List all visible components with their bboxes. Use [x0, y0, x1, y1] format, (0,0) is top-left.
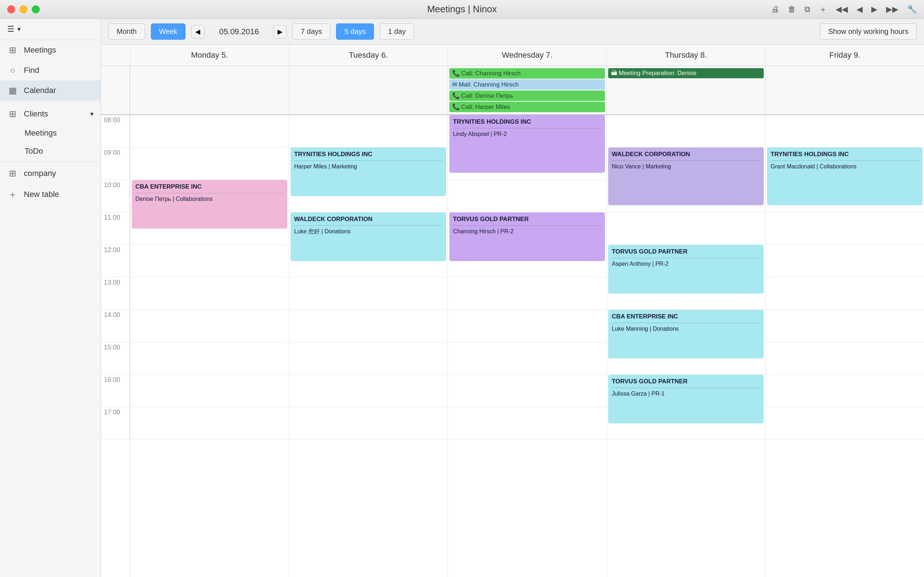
day-slot[interactable]: [607, 115, 765, 148]
day-slot[interactable]: [289, 115, 447, 148]
day-slot[interactable]: [289, 277, 447, 310]
sidebar-item-find[interactable]: ○ Find: [0, 60, 101, 81]
day-slot[interactable]: [766, 342, 924, 375]
top-event-call-harper[interactable]: 📞 Call: Harper Miles: [449, 102, 605, 112]
day-slot[interactable]: [766, 375, 924, 407]
day-slot[interactable]: [766, 245, 924, 277]
maximize-button[interactable]: [32, 5, 40, 13]
trash-icon[interactable]: 🗑: [788, 5, 796, 14]
day-slot[interactable]: [289, 310, 447, 342]
day-col-friday: TRYNITIES HOLDINGS INCGrant Macdonald | …: [765, 115, 924, 577]
event-title: CBA ENTERPRISE INC: [612, 313, 760, 321]
calendar-event-evt8[interactable]: CBA ENTERPRISE INCLuke Manning | Donatio…: [608, 310, 764, 358]
month-button[interactable]: Month: [108, 23, 145, 40]
day-slot[interactable]: [448, 310, 606, 342]
calendar-event-evt3[interactable]: TRYNITIES HOLDINGS INCHarper Miles | Mar…: [291, 148, 446, 196]
time-label-1200: 12:00: [101, 245, 130, 277]
day-slot[interactable]: [130, 407, 289, 440]
mail-icon: ✉: [452, 81, 457, 89]
time-label-0900: 09:00: [101, 148, 130, 180]
sidebar-sub-todo[interactable]: ToDo: [0, 142, 101, 160]
calendar-event-evt1[interactable]: TRYNITIES HOLDINGS INCLindy Abspoel | PR…: [449, 115, 605, 173]
calendar-event-evt7[interactable]: TORVUS GOLD PARTNERAspen Anthony | PR-2: [608, 245, 764, 293]
time-column: 08:0009:0010:0011:0012:0013:0014:0015:00…: [101, 115, 130, 577]
sidebar-item-calendar[interactable]: ▦ Calendar: [0, 81, 101, 101]
day-slot[interactable]: [766, 407, 924, 440]
seven-days-button[interactable]: 7 days: [292, 23, 330, 40]
event-sub: Channing Hirsch | PR-2: [453, 228, 601, 235]
day-slot[interactable]: [130, 115, 289, 148]
one-day-button[interactable]: 1 day: [380, 23, 414, 40]
day-slot[interactable]: [130, 148, 289, 180]
prev-icon[interactable]: ◀◀: [835, 5, 848, 14]
sidebar-label-meetings: Meetings: [24, 45, 56, 55]
event-divider: [612, 323, 760, 323]
calendar-event-evt2[interactable]: WALDECK CORPORATIONNico Vance | Marketin…: [608, 148, 764, 205]
time-label-1700: 17:00: [101, 407, 130, 440]
close-button[interactable]: [7, 5, 15, 13]
day-slot[interactable]: [607, 213, 765, 245]
calendar-event-evt10[interactable]: TRYNITIES HOLDINGS INCGrant Macdonald | …: [767, 148, 922, 205]
sidebar-new-table[interactable]: ＋ New table: [0, 184, 101, 205]
week-button[interactable]: Week: [151, 23, 186, 40]
company-icon: ⊞: [7, 168, 18, 179]
calendar-event-evt6[interactable]: TORVUS GOLD PARTNERChanning Hirsch | PR-…: [449, 213, 605, 261]
day-slot[interactable]: [130, 245, 289, 277]
time-label-1100: 11:00: [101, 213, 130, 245]
sidebar-item-company[interactable]: ⊞ company: [0, 163, 101, 184]
day-slot[interactable]: [130, 342, 289, 375]
day-slot[interactable]: [448, 375, 606, 407]
print-icon[interactable]: 🖨: [771, 5, 779, 14]
day-slot[interactable]: [289, 342, 447, 375]
day-slot[interactable]: [289, 407, 447, 440]
clients-chevron-icon: ▾: [90, 110, 94, 118]
sidebar-sub-todo-label: ToDo: [24, 147, 43, 155]
sidebar-sub-meetings[interactable]: Meetings: [0, 124, 101, 142]
next-icon[interactable]: ▶▶: [886, 5, 898, 14]
minimize-button[interactable]: [19, 5, 27, 13]
phone-icon-3: 📞: [452, 103, 460, 111]
menu-button[interactable]: ☰ ▾: [0, 19, 101, 40]
top-event-call-channing[interactable]: 📞 Call: Channing Hirsch: [449, 68, 605, 79]
header-wednesday: Wednesday 7.: [447, 45, 606, 66]
calendar-event-evt5[interactable]: WALDECK CORPORATIONLuke 您好 | Donations: [291, 213, 446, 261]
day-slot[interactable]: [766, 213, 924, 245]
sidebar-divider-2: [0, 161, 101, 162]
forward-icon[interactable]: ▶: [871, 5, 877, 14]
prev-week-button[interactable]: ◀: [191, 25, 204, 38]
settings-icon[interactable]: 🔧: [907, 5, 917, 14]
day-slot[interactable]: [130, 277, 289, 310]
add-icon[interactable]: ＋: [819, 4, 827, 15]
day-slot[interactable]: [289, 375, 447, 407]
next-week-button[interactable]: ▶: [274, 25, 287, 38]
calendar-event-evt9[interactable]: TORVUS GOLD PARTNERJulissa Garza | PR-1: [608, 375, 764, 423]
sidebar-item-clients[interactable]: ⊞ Clients ▾: [0, 104, 101, 124]
top-event-call-denise[interactable]: 📞 Call: Denise Петрь: [449, 90, 605, 101]
top-event-meeting-prep[interactable]: 🏔 Meeting Preparation: Denise: [608, 68, 764, 78]
show-working-hours-button[interactable]: Show only working hours: [820, 23, 917, 40]
day-slot[interactable]: [448, 407, 606, 440]
day-slot[interactable]: [448, 277, 606, 310]
event-title: TORVUS GOLD PARTNER: [612, 248, 760, 256]
day-slot[interactable]: [766, 277, 924, 310]
day-slot[interactable]: [448, 342, 606, 375]
day-slot[interactable]: [448, 180, 606, 213]
copy-icon[interactable]: ⧉: [804, 5, 810, 14]
time-label-1400: 14:00: [101, 310, 130, 342]
top-event-mail-channing[interactable]: ✉ Mail: Channing Hirsch: [449, 79, 605, 90]
phone-icon: 📞: [452, 69, 460, 77]
find-icon: ○: [7, 65, 18, 76]
sidebar-label-company: company: [24, 169, 56, 178]
day-slot[interactable]: [766, 310, 924, 342]
window-title: Meetings | Ninox: [427, 3, 497, 15]
app-layout: ☰ ▾ ⊞ Meetings ○ Find ▦ Calendar ⊞ Clien…: [0, 19, 924, 577]
day-slot[interactable]: [766, 115, 924, 148]
header-friday: Friday 9.: [765, 45, 924, 66]
day-slot[interactable]: [130, 310, 289, 342]
back-icon[interactable]: ◀: [856, 5, 863, 14]
sidebar-item-meetings[interactable]: ⊞ Meetings: [0, 40, 101, 60]
five-days-button[interactable]: 5 days: [336, 23, 374, 40]
calendar-event-evt4[interactable]: CBA ENTERPRISE INCDenise Петрь | Collabo…: [132, 180, 287, 229]
sidebar-divider: [0, 102, 101, 102]
day-slot[interactable]: [130, 375, 289, 407]
